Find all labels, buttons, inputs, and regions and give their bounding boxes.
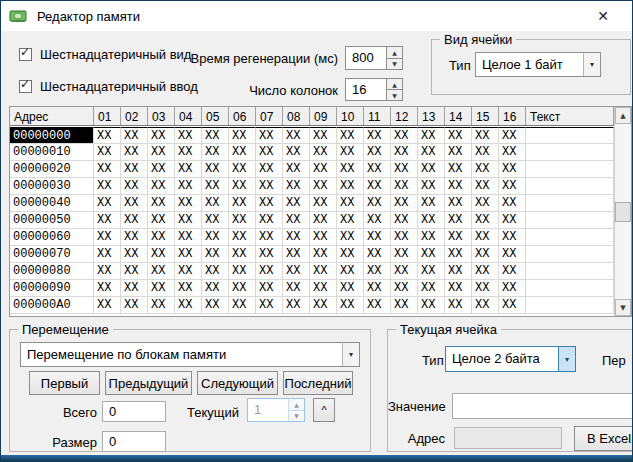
memory-cell[interactable]: XX: [310, 246, 337, 263]
memory-cell[interactable]: XX: [148, 280, 175, 297]
chevron-down-icon[interactable]: ▾: [558, 347, 575, 371]
column-header[interactable]: 11: [364, 107, 391, 125]
memory-cell[interactable]: XX: [175, 246, 202, 263]
memory-cell[interactable]: XX: [391, 161, 418, 178]
text-cell[interactable]: [526, 297, 614, 314]
memory-cell[interactable]: XX: [337, 178, 364, 195]
memory-cell[interactable]: XX: [418, 178, 445, 195]
memory-cell[interactable]: XX: [94, 297, 121, 314]
memory-cell[interactable]: XX: [148, 297, 175, 314]
memory-cell[interactable]: XX: [499, 280, 526, 297]
column-header[interactable]: 06: [229, 107, 256, 125]
hex-view-checkbox[interactable]: ✓ Шестнадцатеричный вид: [19, 47, 191, 62]
memory-cell[interactable]: XX: [202, 144, 229, 161]
memory-cell[interactable]: XX: [202, 246, 229, 263]
memory-cell[interactable]: XX: [283, 297, 310, 314]
text-cell[interactable]: [526, 280, 614, 297]
memory-cell[interactable]: XX: [337, 144, 364, 161]
column-header[interactable]: 07: [256, 107, 283, 125]
memory-cell[interactable]: XX: [499, 161, 526, 178]
navigation-mode-combo[interactable]: Перемещение по блокам памяти ▾: [20, 342, 360, 367]
memory-cell[interactable]: XX: [391, 229, 418, 246]
memory-cell[interactable]: XX: [499, 229, 526, 246]
memory-cell[interactable]: XX: [256, 246, 283, 263]
expand-button[interactable]: ^: [313, 398, 335, 422]
memory-cell[interactable]: XX: [148, 178, 175, 195]
current-spinner[interactable]: 1 ▲ ▼: [247, 398, 305, 422]
memory-cell[interactable]: XX: [499, 246, 526, 263]
memory-cell[interactable]: XX: [445, 297, 472, 314]
memory-cell[interactable]: XX: [472, 229, 499, 246]
column-header[interactable]: 10: [337, 107, 364, 125]
address-field[interactable]: [454, 427, 562, 449]
address-cell[interactable]: 00000020: [10, 161, 94, 178]
spin-up-icon[interactable]: ▲: [387, 79, 402, 90]
memory-cell[interactable]: XX: [418, 212, 445, 229]
memory-cell[interactable]: XX: [445, 229, 472, 246]
memory-cell[interactable]: XX: [229, 229, 256, 246]
memory-cell[interactable]: XX: [391, 178, 418, 195]
memory-cell[interactable]: XX: [283, 144, 310, 161]
memory-cell[interactable]: XX: [202, 263, 229, 280]
memory-cell[interactable]: XX: [445, 280, 472, 297]
memory-cell[interactable]: XX: [445, 178, 472, 195]
address-cell[interactable]: 00000030: [10, 178, 94, 195]
memory-cell[interactable]: XX: [175, 178, 202, 195]
memory-cell[interactable]: XX: [418, 195, 445, 212]
spin-down-icon[interactable]: ▼: [387, 59, 402, 70]
memory-cell[interactable]: XX: [283, 280, 310, 297]
excel-button[interactable]: В Excel: [574, 426, 633, 451]
memory-cell[interactable]: XX: [94, 161, 121, 178]
memory-cell[interactable]: XX: [310, 144, 337, 161]
memory-cell[interactable]: XX: [229, 127, 256, 144]
text-cell[interactable]: [526, 195, 614, 212]
columns-count-value[interactable]: 16: [346, 79, 386, 100]
memory-cell[interactable]: XX: [175, 297, 202, 314]
memory-cell[interactable]: XX: [121, 195, 148, 212]
text-cell[interactable]: [526, 144, 614, 161]
text-cell[interactable]: [526, 263, 614, 280]
column-header[interactable]: 02: [121, 107, 148, 125]
memory-cell[interactable]: XX: [364, 144, 391, 161]
memory-cell[interactable]: XX: [499, 178, 526, 195]
memory-cell[interactable]: XX: [499, 263, 526, 280]
memory-cell[interactable]: XX: [175, 229, 202, 246]
address-cell[interactable]: 00000090: [10, 280, 94, 297]
memory-cell[interactable]: XX: [391, 144, 418, 161]
memory-cell[interactable]: XX: [283, 246, 310, 263]
memory-cell[interactable]: XX: [364, 212, 391, 229]
memory-cell[interactable]: XX: [229, 212, 256, 229]
memory-cell[interactable]: XX: [175, 263, 202, 280]
memory-cell[interactable]: XX: [499, 297, 526, 314]
memory-cell[interactable]: XX: [256, 212, 283, 229]
memory-cell[interactable]: XX: [94, 280, 121, 297]
memory-cell[interactable]: XX: [94, 195, 121, 212]
memory-cell[interactable]: XX: [472, 195, 499, 212]
column-header[interactable]: 13: [418, 107, 445, 125]
memory-cell[interactable]: XX: [256, 195, 283, 212]
memory-cell[interactable]: XX: [364, 161, 391, 178]
memory-cell[interactable]: XX: [121, 144, 148, 161]
scrollbar-track[interactable]: [615, 124, 631, 299]
vertical-scrollbar[interactable]: ▲ ▼: [614, 107, 631, 316]
memory-cell[interactable]: XX: [121, 280, 148, 297]
memory-cell[interactable]: XX: [256, 178, 283, 195]
memory-cell[interactable]: XX: [175, 195, 202, 212]
memory-cell[interactable]: XX: [391, 212, 418, 229]
memory-cell[interactable]: XX: [310, 178, 337, 195]
checkbox-box[interactable]: ✓: [19, 80, 32, 93]
memory-cell[interactable]: XX: [391, 263, 418, 280]
memory-cell[interactable]: XX: [229, 144, 256, 161]
memory-cell[interactable]: XX: [364, 195, 391, 212]
memory-cell[interactable]: XX: [337, 263, 364, 280]
total-field[interactable]: 0: [102, 401, 166, 422]
memory-cell[interactable]: XX: [256, 161, 283, 178]
text-cell[interactable]: [526, 161, 614, 178]
memory-cell[interactable]: XX: [310, 297, 337, 314]
memory-cell[interactable]: XX: [337, 280, 364, 297]
memory-cell[interactable]: XX: [472, 212, 499, 229]
memory-cell[interactable]: XX: [256, 144, 283, 161]
columns-count-spinner[interactable]: 16 ▲ ▼: [345, 78, 403, 101]
memory-cell[interactable]: XX: [121, 263, 148, 280]
column-header[interactable]: 01: [94, 107, 121, 125]
